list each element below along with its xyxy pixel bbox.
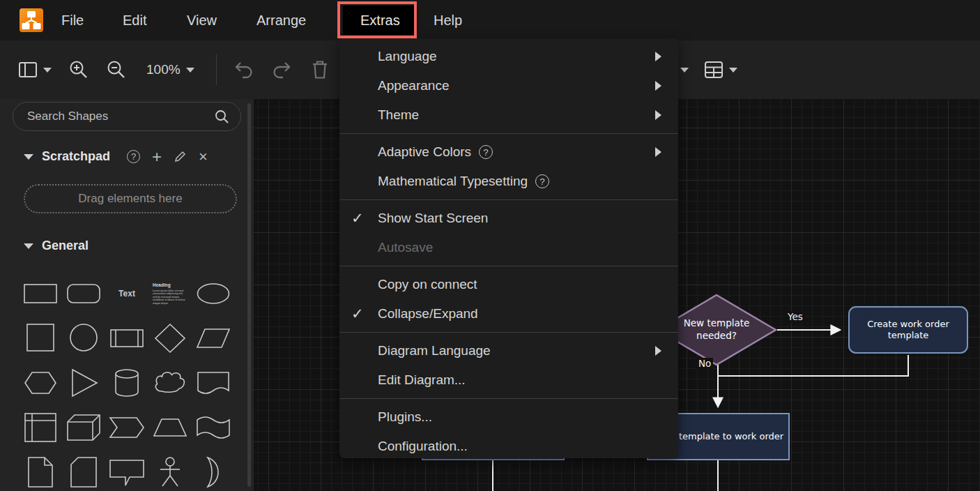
menu-item-autosave: Autosave xyxy=(339,233,678,262)
menu-divider xyxy=(339,398,678,399)
menu-edit[interactable]: Edit xyxy=(123,0,146,40)
checkmark-icon xyxy=(351,299,364,328)
shape-cylinder[interactable] xyxy=(105,361,148,405)
menu-item-language[interactable]: Language xyxy=(339,42,678,71)
help-icon xyxy=(479,145,493,159)
undo-button[interactable] xyxy=(233,40,254,99)
shape-card[interactable] xyxy=(62,450,105,491)
toolbar-separator xyxy=(216,54,217,85)
shape-internal-storage[interactable] xyxy=(19,405,62,450)
close-icon[interactable]: × xyxy=(199,150,208,163)
chevron-down-icon xyxy=(680,68,689,73)
shape-callout[interactable] xyxy=(105,450,148,491)
menu-arrange[interactable]: Arrange xyxy=(257,0,306,40)
scratchpad-hint: Drag elements here xyxy=(78,192,182,206)
menu-item-theme[interactable]: Theme xyxy=(339,100,678,130)
zoom-out-button[interactable] xyxy=(106,40,127,99)
submenu-arrow-icon xyxy=(655,110,661,120)
chevron-down-icon xyxy=(729,68,737,73)
flowchart-node-create-work-order-template[interactable]: Create work order template xyxy=(848,306,968,354)
menubar: File Edit View Arrange Extras Help xyxy=(0,0,980,40)
menu-divider xyxy=(339,199,678,200)
shape-actor[interactable] xyxy=(148,450,192,491)
menu-divider xyxy=(339,332,678,333)
zoom-in-button[interactable] xyxy=(68,40,89,99)
shape-rectangle[interactable] xyxy=(19,271,62,316)
delete-icon xyxy=(311,59,329,80)
undo-icon xyxy=(233,60,254,80)
extras-dropdown-menu: Language Appearance Theme Adaptive Color… xyxy=(339,38,678,458)
zoom-level-dropdown[interactable]: 100% xyxy=(146,40,194,99)
redo-icon xyxy=(271,60,292,80)
shape-cube[interactable] xyxy=(62,405,105,450)
general-title: General xyxy=(42,239,89,253)
menu-item-adaptive-colors[interactable]: Adaptive Colors xyxy=(339,137,678,167)
menu-item-copy-on-connect[interactable]: Copy on connect xyxy=(339,270,678,299)
menu-item-show-start-screen[interactable]: Show Start Screen xyxy=(339,204,678,233)
scratchpad-drop-area[interactable]: Drag elements here xyxy=(24,184,237,213)
table-button[interactable] xyxy=(704,40,737,99)
shape-process[interactable] xyxy=(105,316,148,361)
redo-button[interactable] xyxy=(271,40,292,99)
shape-note[interactable] xyxy=(19,450,62,491)
shape-circle[interactable] xyxy=(62,316,105,361)
shape-textbox[interactable]: Heading Lorem ipsum dolor sit amet, cons… xyxy=(148,271,192,316)
shape-square[interactable] xyxy=(19,316,62,361)
menu-divider xyxy=(339,266,678,266)
menu-item-mathematical-typesetting[interactable]: Mathematical Typesetting xyxy=(339,167,678,196)
shape-trapezoid[interactable] xyxy=(148,405,192,450)
search-icon xyxy=(214,109,229,124)
menu-help[interactable]: Help xyxy=(434,0,462,40)
shape-text[interactable]: Text xyxy=(105,271,148,316)
menu-item-collapse-expand[interactable]: Collapse/Expand xyxy=(339,299,678,328)
zoom-level-value: 100% xyxy=(146,62,181,77)
node-label: Create work order template xyxy=(850,319,967,342)
collapse-caret-icon[interactable] xyxy=(24,154,33,160)
help-icon xyxy=(535,174,549,188)
edit-pencil-icon[interactable] xyxy=(174,150,187,163)
edge-label-yes: Yes xyxy=(786,311,805,322)
menu-item-configuration[interactable]: Configuration... xyxy=(339,432,678,461)
shape-cloud[interactable] xyxy=(148,361,192,405)
scratchpad-title: Scratchpad xyxy=(42,149,110,164)
collapse-caret-icon[interactable] xyxy=(24,243,33,249)
menu-view[interactable]: View xyxy=(187,0,217,40)
panel-toggle-icon xyxy=(18,61,38,78)
menu-item-plugins[interactable]: Plugins... xyxy=(339,402,678,432)
shape-document[interactable] xyxy=(192,361,235,405)
general-header: General xyxy=(24,239,89,253)
submenu-arrow-icon xyxy=(655,81,661,91)
panel-toggle-button[interactable] xyxy=(18,40,52,99)
shape-tape[interactable] xyxy=(192,405,235,450)
add-icon[interactable]: + xyxy=(152,150,162,163)
menu-extras[interactable]: Extras xyxy=(343,6,418,35)
shape-diamond[interactable] xyxy=(148,316,192,361)
submenu-arrow-icon xyxy=(655,147,661,157)
submenu-arrow-icon xyxy=(655,52,661,61)
general-shapes-grid: Text Heading Lorem ipsum dolor sit amet,… xyxy=(19,271,236,491)
shape-hexagon[interactable] xyxy=(19,361,62,405)
submenu-arrow-icon xyxy=(655,346,661,356)
menu-divider xyxy=(339,133,678,134)
shape-step[interactable] xyxy=(105,405,148,450)
menu-item-diagram-language[interactable]: Diagram Language xyxy=(339,336,678,365)
sidebar-scrollbar[interactable] xyxy=(247,103,251,487)
shape-parallelogram[interactable] xyxy=(192,316,235,361)
zoom-out-icon xyxy=(106,59,127,80)
checkmark-icon xyxy=(351,204,364,233)
edge-label-no: No xyxy=(696,358,713,369)
menu-file[interactable]: File xyxy=(61,0,84,40)
menu-item-edit-diagram[interactable]: Edit Diagram... xyxy=(339,365,678,395)
shape-triangle[interactable] xyxy=(62,361,105,405)
shape-rounded-rectangle[interactable] xyxy=(62,271,105,316)
shape-ellipse[interactable] xyxy=(192,271,235,316)
zoom-in-icon xyxy=(68,59,89,80)
menu-item-appearance[interactable]: Appearance xyxy=(339,71,678,100)
search-shapes-box xyxy=(13,102,241,131)
shape-or[interactable] xyxy=(192,450,235,491)
delete-button[interactable] xyxy=(311,40,329,99)
drawio-logo[interactable] xyxy=(20,8,43,32)
search-input[interactable] xyxy=(27,109,214,123)
drawio-logo-glyph xyxy=(20,8,43,32)
help-icon[interactable] xyxy=(127,150,140,163)
